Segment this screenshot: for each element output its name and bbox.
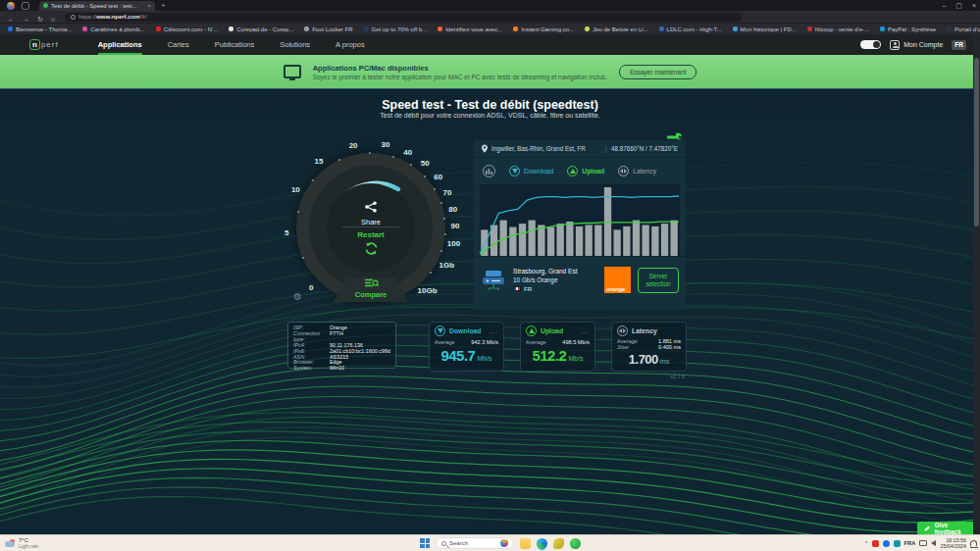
nperf-logo[interactable]: n perf xyxy=(29,39,59,50)
bookmark-favicon-icon xyxy=(513,26,518,31)
gauge-tick-dot xyxy=(338,159,340,161)
keyboard-language[interactable]: FRA xyxy=(904,540,916,546)
bookmark-item[interactable]: Portail d'obtention... xyxy=(947,26,980,32)
tab-latency[interactable]: Latency xyxy=(618,166,656,176)
tab-upload[interactable]: Upload xyxy=(567,166,604,176)
latency-sample-bar xyxy=(643,225,649,257)
wave-line xyxy=(0,386,980,470)
hub-divider xyxy=(342,226,399,227)
site-nav: ApplicationsCartesPublicationsSolutionsA… xyxy=(98,34,365,55)
restart-button[interactable]: Restart xyxy=(327,230,415,258)
tab-download[interactable]: Download xyxy=(509,166,553,176)
bookmark-item[interactable]: PayPal : Synthèse xyxy=(880,26,936,32)
taskbar-search[interactable]: Search xyxy=(436,537,514,549)
nav-item-solutions[interactable]: Solutions xyxy=(280,34,310,55)
settings-gear-icon[interactable]: ⚙ xyxy=(293,291,302,302)
home-icon[interactable]: ⌂ xyxy=(51,16,55,23)
bookmark-label: PayPal : Synthèse xyxy=(888,26,936,32)
bookmark-label: LDLC.com - High-T... xyxy=(667,26,722,32)
green-app-icon[interactable] xyxy=(570,538,581,549)
window-maximize-button[interactable]: ▢ xyxy=(955,2,962,10)
tray-expand-icon[interactable]: ^ xyxy=(865,540,868,546)
tab-strip: Test de débit - Speed test : test... × +… xyxy=(0,0,980,11)
reload-icon[interactable]: ↻ xyxy=(37,16,43,23)
forward-icon[interactable]: → xyxy=(23,16,29,23)
browser-tab[interactable]: Test de débit - Speed test : test... × xyxy=(39,1,155,11)
address-bar[interactable]: https://www.nperf.com/fr/ xyxy=(65,13,742,22)
edge-browser-icon[interactable] xyxy=(537,538,547,549)
notifications-bell-icon[interactable] xyxy=(970,540,977,547)
site-info-icon[interactable] xyxy=(71,15,76,20)
share-button[interactable]: Share xyxy=(327,199,415,226)
clock-widget[interactable]: 16:15:56 25/04/2024 xyxy=(940,537,966,549)
language-badge[interactable]: FR xyxy=(952,40,966,50)
file-explorer-icon[interactable] xyxy=(520,538,531,549)
bookmark-favicon-icon xyxy=(156,26,161,31)
upload-menu-icon[interactable]: ... xyxy=(581,327,590,334)
download-value: 945.7Mb/s xyxy=(435,347,498,365)
nav-item-cartes[interactable]: Cartes xyxy=(168,34,189,55)
nav-item-applications[interactable]: Applications xyxy=(98,34,142,55)
bookmark-item[interactable]: Nicoup · vente d'e-... xyxy=(807,26,869,32)
bookmark-item[interactable]: Identifiez-vous avec... xyxy=(438,26,502,32)
banner-title: Applications PC/Mac disponibles xyxy=(313,64,607,73)
bookmark-item[interactable]: Cdiscount.com - N'... xyxy=(156,26,219,32)
gauge-scale-label: 10 xyxy=(291,184,300,193)
latency-sample-bar xyxy=(633,221,640,256)
latency-sample-bar xyxy=(586,225,593,257)
dark-mode-toggle[interactable] xyxy=(860,40,881,49)
bookmark-item[interactable]: Carabines à plomb... xyxy=(82,26,144,32)
bookmark-item[interactable]: LDLC.com - High-T... xyxy=(659,26,722,32)
bookmark-item[interactable]: Bienvenue - Thoma... xyxy=(8,26,72,32)
download-menu-icon[interactable]: ... xyxy=(490,327,498,334)
bookmark-item[interactable]: Corepad.de - Corep... xyxy=(229,26,293,32)
window-close-button[interactable]: × xyxy=(972,2,976,9)
compare-icon xyxy=(364,278,379,288)
latency-sample-bar xyxy=(614,229,621,256)
weather-widget[interactable]: 7°C Light rain xyxy=(0,537,39,549)
latency-arrows-icon xyxy=(617,326,628,336)
bookmark-label: Portail d'obtention... xyxy=(954,26,980,32)
bookmark-item[interactable]: Instant-Gaming.co... xyxy=(513,26,574,32)
speaker-icon[interactable] xyxy=(931,540,936,546)
scrollbar-thumb[interactable] xyxy=(974,58,979,226)
bookmark-label: Carabines à plomb... xyxy=(90,26,144,32)
toggle-knob-icon xyxy=(873,41,880,48)
server-icon xyxy=(481,269,506,292)
gauge-scale-label: 15 xyxy=(315,157,324,166)
account-button[interactable]: Mon Compte xyxy=(890,40,943,50)
chart-type-icon[interactable] xyxy=(483,165,495,177)
bookmark-favicon-icon xyxy=(229,26,233,31)
game-app-icon[interactable] xyxy=(553,538,564,549)
gauge-scale-label: 50 xyxy=(421,159,430,168)
tray-app-red-icon[interactable] xyxy=(872,540,879,547)
tab-close-icon[interactable]: × xyxy=(147,3,151,9)
window-minimize-button[interactable]: – xyxy=(942,2,946,9)
page-scrollbar[interactable] xyxy=(973,34,980,534)
download-average: 942.3 Mb/s xyxy=(471,339,498,345)
bookmark-item[interactable]: Mon historique | FD... xyxy=(733,26,797,32)
gauge-scale-label: 1Gb xyxy=(439,260,455,269)
upload-arrow-icon xyxy=(526,326,537,336)
wave-line xyxy=(0,450,980,514)
location-separator: | xyxy=(605,145,607,152)
nav-item-a-propos[interactable]: A propos xyxy=(335,34,365,55)
server-selection-button[interactable]: Server selection xyxy=(638,268,679,293)
back-icon[interactable]: ← xyxy=(8,16,15,23)
isp-value: FTTH xyxy=(330,331,343,343)
give-feedback-button[interactable]: Give feedback xyxy=(917,522,980,534)
nav-item-publications[interactable]: Publications xyxy=(215,34,254,55)
start-button[interactable] xyxy=(420,538,430,548)
new-tab-button[interactable]: + xyxy=(161,1,166,10)
tray-app-teal-icon[interactable] xyxy=(894,540,901,547)
touchpad-icon[interactable] xyxy=(919,540,927,546)
bookmark-label: Mon historique | FD... xyxy=(741,26,797,32)
bookmark-item[interactable]: Get up to 70% off b... xyxy=(364,26,428,32)
try-now-button[interactable]: Essayer maintenant xyxy=(619,65,696,79)
tray-app-blue-icon[interactable] xyxy=(883,540,890,547)
bookmark-item[interactable]: Jeu de Belote en Li... xyxy=(585,26,647,32)
bookmark-item[interactable]: Foot Locker FR xyxy=(304,26,352,32)
bookmark-favicon-icon xyxy=(585,26,590,31)
weather-icon xyxy=(5,539,15,547)
latency-result-card: Latency Average1.881 ms Jitter0.400 ms 1… xyxy=(611,322,687,372)
